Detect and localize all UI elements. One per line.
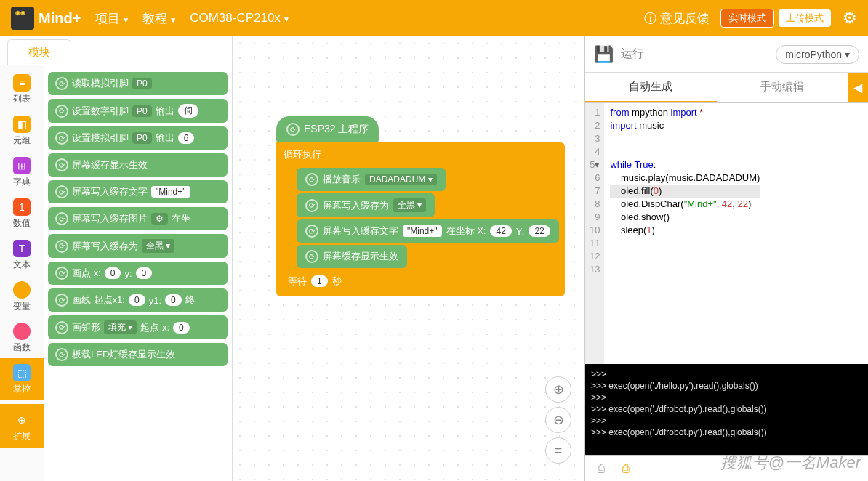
- block-display-text[interactable]: ⟳屏幕写入缓存文字"Mind+": [48, 180, 228, 203]
- save-icon[interactable]: 💾: [594, 45, 614, 64]
- code-tabs: 自动生成 手动编辑 ◀: [585, 73, 868, 103]
- block-draw-line[interactable]: ⟳画线 起点x1:0y1:0终: [48, 288, 228, 312]
- top-bar: Mind+ 项目▼ 教程▼ COM38-CP210x▼ ⓘ 意见反馈 实时模式 …: [0, 0, 868, 36]
- loop-block[interactable]: 循环执行 ⟳播放音乐DADADADUM ▾ ⟳屏幕写入缓存为全黑 ▾ ⟳屏幕写入…: [276, 142, 565, 296]
- block-display-show[interactable]: ⟳屏幕缓存显示生效: [48, 153, 228, 177]
- block-list: ⟳读取模拟引脚P0 ⟳设置数字引脚P0输出伺 ⟳设置模拟引脚P0输出6 ⟳屏幕缓…: [44, 65, 232, 481]
- right-toolbar: 💾 运行 microPython ▾: [585, 36, 868, 73]
- upload-mode-button[interactable]: 上传模式: [779, 9, 831, 27]
- logo-text: Mind+: [39, 10, 81, 27]
- zoom-out-button[interactable]: ⊖: [545, 407, 571, 433]
- program-stack[interactable]: ⟳ESP32 主程序 循环执行 ⟳播放音乐DADADADUM ▾ ⟳屏幕写入缓存…: [276, 116, 565, 296]
- block-text-at[interactable]: ⟳屏幕写入缓存文字"Mind+"在坐标 X:42Y:22: [297, 219, 559, 243]
- line-gutter: 12345▾678910111213: [585, 103, 604, 364]
- code-editor: 12345▾678910111213 from mpython import *…: [585, 103, 868, 364]
- console-output[interactable]: >>> >>> exec(open('./hello.py').read(),g…: [585, 364, 868, 455]
- block-display-image[interactable]: ⟳屏幕写入缓存图片⚙在坐: [48, 207, 228, 230]
- usb-icon[interactable]: ⎙: [592, 460, 610, 477]
- menu-tutorial[interactable]: 教程▼: [142, 10, 177, 27]
- cat-text[interactable]: T文本: [0, 234, 44, 275]
- block-show[interactable]: ⟳屏幕缓存显示生效: [297, 245, 407, 268]
- left-tabs: 模块: [0, 36, 232, 65]
- hat-block[interactable]: ⟳ESP32 主程序: [276, 116, 379, 142]
- cat-var[interactable]: 变量: [0, 275, 44, 317]
- zoom-controls: ⊕ ⊖ =: [545, 372, 571, 468]
- port-selector[interactable]: COM38-CP210x▼: [190, 11, 290, 25]
- tab-auto-generate[interactable]: 自动生成: [585, 73, 717, 102]
- cat-tuple[interactable]: ◧元组: [0, 110, 44, 151]
- logo-icon: [11, 7, 34, 30]
- block-set-digital[interactable]: ⟳设置数字引脚P0输出伺: [48, 99, 228, 123]
- workspace-canvas[interactable]: ⟳ESP32 主程序 循环执行 ⟳播放音乐DADADADUM ▾ ⟳屏幕写入缓存…: [233, 36, 584, 481]
- cat-list[interactable]: ≡列表: [0, 68, 44, 110]
- realtime-mode-button[interactable]: 实时模式: [720, 9, 774, 28]
- block-display-fill[interactable]: ⟳屏幕写入缓存为全黑 ▾: [48, 234, 228, 258]
- collapse-icon[interactable]: ◀: [848, 73, 868, 102]
- cat-ctrl[interactable]: ⬚掌控: [0, 358, 44, 400]
- block-set-analog[interactable]: ⟳设置模拟引脚P0输出6: [48, 126, 228, 150]
- block-fill[interactable]: ⟳屏幕写入缓存为全黑 ▾: [297, 193, 435, 217]
- zoom-in-button[interactable]: ⊕: [545, 376, 571, 403]
- logo: Mind+: [11, 7, 81, 30]
- category-column: ≡列表 ◧元组 ⊞字典 1数值 T文本 变量 函数 ⬚掌控 ⊕扩展: [0, 65, 44, 481]
- block-draw-point[interactable]: ⟳画点 x:0y:0: [48, 262, 228, 285]
- cat-dict[interactable]: ⊞字典: [0, 151, 44, 193]
- tab-blocks[interactable]: 模块: [7, 39, 71, 65]
- block-led-show[interactable]: ⟳板载LED灯缓存显示生效: [48, 343, 228, 366]
- bottom-bar: ⎙ ⎙: [585, 455, 868, 481]
- code-content: from mpython import * import music while…: [604, 103, 765, 364]
- menu-project[interactable]: 项目▼: [95, 10, 129, 27]
- block-play-music[interactable]: ⟳播放音乐DADADADUM ▾: [297, 168, 446, 191]
- block-read-analog[interactable]: ⟳读取模拟引脚P0: [48, 72, 228, 95]
- gear-icon[interactable]: ⚙: [843, 9, 857, 28]
- language-selector[interactable]: microPython ▾: [776, 45, 859, 64]
- cat-func[interactable]: 函数: [0, 317, 44, 358]
- cat-num[interactable]: 1数值: [0, 193, 44, 234]
- run-label[interactable]: 运行: [621, 47, 768, 62]
- usb-active-icon[interactable]: ⎙: [617, 460, 635, 477]
- zoom-reset-button[interactable]: =: [545, 437, 571, 464]
- block-wait[interactable]: 等待1秒: [281, 270, 349, 292]
- cat-ext[interactable]: ⊕扩展: [0, 404, 44, 448]
- tab-manual-edit[interactable]: 手动编辑: [717, 73, 848, 102]
- block-draw-rect[interactable]: ⟳画矩形填充 ▾起点 x:0: [48, 315, 228, 339]
- feedback-link[interactable]: ⓘ 意见反馈: [644, 10, 710, 27]
